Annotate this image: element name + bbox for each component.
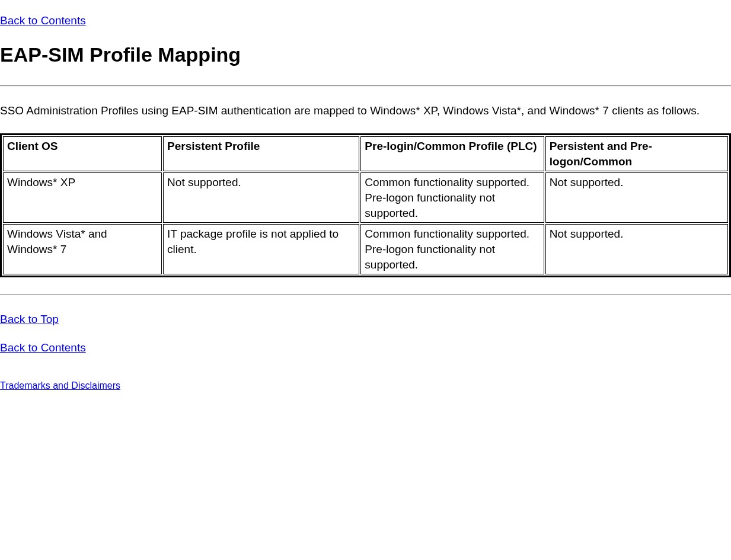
table-row: Windows Vista* and Windows* 7 IT package… xyxy=(3,224,728,274)
cell-persistent-profile: IT package profile is not applied to cli… xyxy=(163,224,359,274)
trademarks-link[interactable]: Trademarks and Disclaimers xyxy=(0,379,120,392)
back-to-contents-link-top[interactable]: Back to Contents xyxy=(0,14,86,27)
mapping-table: Client OS Persistent Profile Pre-login/C… xyxy=(0,133,731,277)
back-to-contents-link-bottom[interactable]: Back to Contents xyxy=(0,341,86,354)
cell-persistent-prelogon: Not supported. xyxy=(545,172,728,223)
cell-text-line: Pre-logon functionality not supported. xyxy=(365,191,495,219)
cell-client-os: Windows Vista* and Windows* 7 xyxy=(3,224,162,274)
col-header-persistent-profile: Persistent Profile xyxy=(163,136,359,171)
cell-persistent-profile: Not supported. xyxy=(163,172,359,223)
cell-text-line: Common functionality supported. xyxy=(365,228,529,240)
divider-bottom xyxy=(0,294,731,295)
divider-top xyxy=(0,85,731,87)
col-header-prelogin-common: Pre-login/Common Profile (PLC) xyxy=(360,136,544,171)
cell-text-line: Common functionality supported. xyxy=(365,176,529,188)
col-header-persistent-prelogon: Persistent and Pre-logon/Common xyxy=(545,136,728,171)
intro-paragraph: SSO Administration Profiles using EAP-SI… xyxy=(0,103,731,119)
cell-persistent-prelogon: Not supported. xyxy=(545,224,728,274)
table-row: Windows* XP Not supported. Common functi… xyxy=(3,172,728,223)
cell-prelogin-common: Common functionality supported. Pre-logo… xyxy=(360,172,544,223)
cell-text-line: Pre-logon functionality not supported. xyxy=(365,243,495,271)
page-title: EAP-SIM Profile Mapping xyxy=(0,41,731,69)
table-header-row: Client OS Persistent Profile Pre-login/C… xyxy=(3,136,728,171)
cell-client-os: Windows* XP xyxy=(3,172,162,223)
cell-prelogin-common: Common functionality supported. Pre-logo… xyxy=(360,224,544,274)
col-header-client-os: Client OS xyxy=(3,136,162,171)
back-to-top-link[interactable]: Back to Top xyxy=(0,313,59,325)
